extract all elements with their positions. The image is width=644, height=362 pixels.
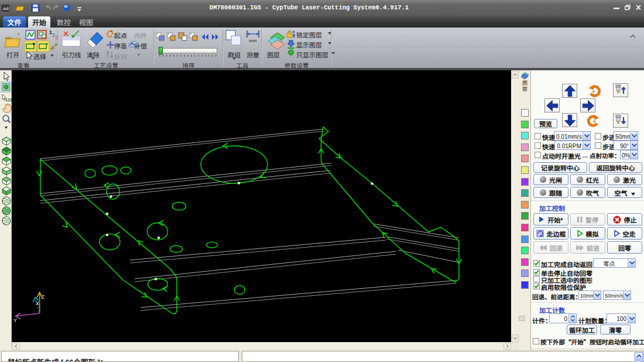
- svg-text:3: 3: [55, 35, 57, 40]
- svg-text:Y: Y: [13, 317, 17, 323]
- svg-text:123: 123: [5, 98, 12, 102]
- svg-text:Z: Z: [42, 294, 45, 300]
- svg-text:mm: mm: [249, 38, 257, 43]
- svg-text:X: X: [36, 300, 39, 306]
